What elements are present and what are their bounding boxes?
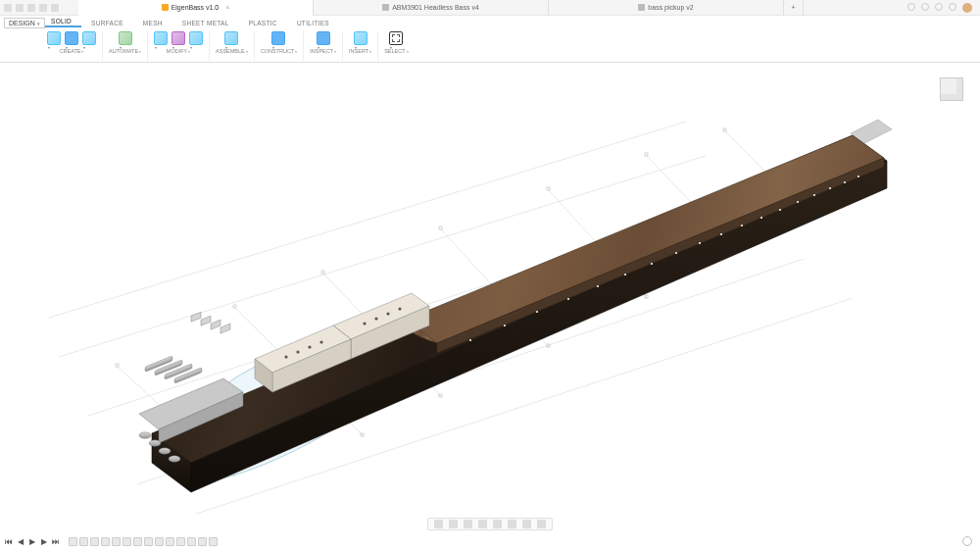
ribbon-tab-plastic[interactable]: PLASTIC xyxy=(239,20,287,26)
group-inspect: INSPECT xyxy=(304,31,343,61)
ribbon-tab-surface[interactable]: SURFACE xyxy=(81,20,133,26)
workspace-switcher[interactable]: DESIGN xyxy=(4,18,45,28)
measure-icon[interactable] xyxy=(317,31,330,45)
timeline-feature[interactable] xyxy=(133,537,142,546)
svg-point-40 xyxy=(813,194,815,196)
close-icon[interactable]: × xyxy=(225,4,229,11)
svg-point-47 xyxy=(363,322,366,325)
timeline-feature[interactable] xyxy=(122,537,131,546)
user-avatar[interactable] xyxy=(962,3,972,13)
joint-icon[interactable] xyxy=(224,31,238,45)
timeline-feature[interactable] xyxy=(209,537,218,546)
help-icon[interactable] xyxy=(935,3,943,11)
ribbon-tab-mesh[interactable]: MESH xyxy=(133,20,172,26)
automate-icon[interactable] xyxy=(119,31,132,45)
svg-point-38 xyxy=(779,209,781,211)
svg-point-31 xyxy=(624,274,626,276)
timeline-feature[interactable] xyxy=(79,537,88,546)
fillet-icon[interactable] xyxy=(172,31,185,45)
group-label[interactable]: MODIFY xyxy=(167,48,190,54)
timeline-play-icon[interactable]: ▶ xyxy=(27,537,36,546)
svg-point-56 xyxy=(308,345,311,348)
timeline-feature[interactable] xyxy=(144,537,153,546)
redo-icon[interactable] xyxy=(51,4,59,12)
svg-rect-12 xyxy=(116,364,119,367)
cube-face[interactable] xyxy=(940,77,963,101)
extrude-icon[interactable] xyxy=(82,31,96,45)
pressupull-icon[interactable] xyxy=(154,31,168,45)
document-tab-1[interactable]: ABM3901 Headless Bass v4 xyxy=(314,0,549,16)
timeline-settings-icon[interactable] xyxy=(962,536,972,546)
timeline: ⏮ ◀ ▶ ▶ ⏭ xyxy=(4,534,976,548)
svg-rect-20 xyxy=(547,187,550,190)
timeline-feature[interactable] xyxy=(166,537,174,546)
group-label[interactable]: AUTOMATE xyxy=(109,48,141,54)
ribbon-groups: CREATE AUTOMATE MODIFY ASSEMBLE CONSTRUC… xyxy=(0,29,980,63)
group-select: SELECT xyxy=(378,31,414,61)
select-icon[interactable] xyxy=(389,31,403,45)
timeline-feature[interactable] xyxy=(69,537,77,546)
workspace-label: DESIGN xyxy=(9,20,35,26)
new-tab-button[interactable]: + xyxy=(784,0,804,16)
svg-point-60 xyxy=(139,432,151,438)
timeline-feature[interactable] xyxy=(112,537,121,546)
pan-icon[interactable] xyxy=(464,520,472,528)
timeline-feature[interactable] xyxy=(176,537,185,546)
svg-rect-14 xyxy=(233,305,236,308)
ribbon-tabs: SOLID SURFACE MESH SHEET METAL PLASTIC U… xyxy=(0,16,980,29)
body-side xyxy=(191,161,887,492)
document-tab-2[interactable]: bass pickup v2 xyxy=(549,0,784,16)
svg-point-48 xyxy=(374,317,377,320)
notifications-icon[interactable] xyxy=(921,3,929,11)
viewport-3d[interactable] xyxy=(0,63,980,524)
view-cube[interactable] xyxy=(935,73,968,106)
new-component-icon[interactable] xyxy=(47,31,61,45)
svg-point-39 xyxy=(797,201,799,203)
svg-point-35 xyxy=(720,233,722,235)
group-label[interactable]: ASSEMBLE xyxy=(216,48,248,54)
group-label[interactable]: INSERT xyxy=(349,48,371,54)
insert-icon[interactable] xyxy=(354,31,368,45)
save-icon[interactable] xyxy=(27,4,35,12)
ribbon-tab-solid[interactable]: SOLID xyxy=(41,18,81,27)
timeline-feature[interactable] xyxy=(198,537,207,546)
group-label[interactable]: CREATE xyxy=(60,48,84,54)
timeline-feature[interactable] xyxy=(155,537,164,546)
fit-icon[interactable] xyxy=(493,520,502,528)
svg-rect-22 xyxy=(645,153,648,156)
document-tab-0[interactable]: EigenBass v1.0× xyxy=(78,0,314,16)
extensions-icon[interactable] xyxy=(907,3,915,11)
svg-point-41 xyxy=(829,187,831,189)
svg-point-57 xyxy=(319,340,322,343)
timeline-end-icon[interactable]: ⏭ xyxy=(51,537,60,546)
look-icon[interactable] xyxy=(449,520,458,528)
sketch-icon[interactable] xyxy=(65,31,78,45)
timeline-start-icon[interactable]: ⏮ xyxy=(4,537,13,546)
app-icon xyxy=(4,4,12,12)
group-label[interactable]: CONSTRUCT xyxy=(261,48,298,54)
orbit-icon[interactable] xyxy=(434,520,443,528)
svg-point-26 xyxy=(469,339,471,341)
jobs-icon[interactable] xyxy=(949,3,956,11)
ribbon-tab-sheetmetal[interactable]: SHEET METAL xyxy=(172,20,239,26)
ribbon-tab-utilities[interactable]: UTILITIES xyxy=(287,20,339,26)
display-settings-icon[interactable] xyxy=(508,520,516,528)
plane-icon[interactable] xyxy=(271,31,285,45)
undo-icon[interactable] xyxy=(39,4,47,12)
svg-rect-71 xyxy=(220,324,230,333)
zoom-icon[interactable] xyxy=(478,520,487,528)
timeline-back-icon[interactable]: ◀ xyxy=(16,537,24,546)
group-assemble: ASSEMBLE xyxy=(210,31,255,61)
timeline-feature[interactable] xyxy=(90,537,99,546)
viewports-icon[interactable] xyxy=(537,520,546,528)
group-label[interactable]: SELECT xyxy=(384,48,408,54)
group-create: CREATE xyxy=(41,31,103,61)
timeline-feature[interactable] xyxy=(187,537,196,546)
file-icon[interactable] xyxy=(16,4,24,12)
grid-icon[interactable] xyxy=(522,520,531,528)
group-label[interactable]: INSPECT xyxy=(310,48,336,54)
timeline-fwd-icon[interactable]: ▶ xyxy=(39,537,48,546)
shell-icon[interactable] xyxy=(189,31,203,45)
timeline-feature[interactable] xyxy=(101,537,110,546)
svg-point-54 xyxy=(284,355,287,358)
